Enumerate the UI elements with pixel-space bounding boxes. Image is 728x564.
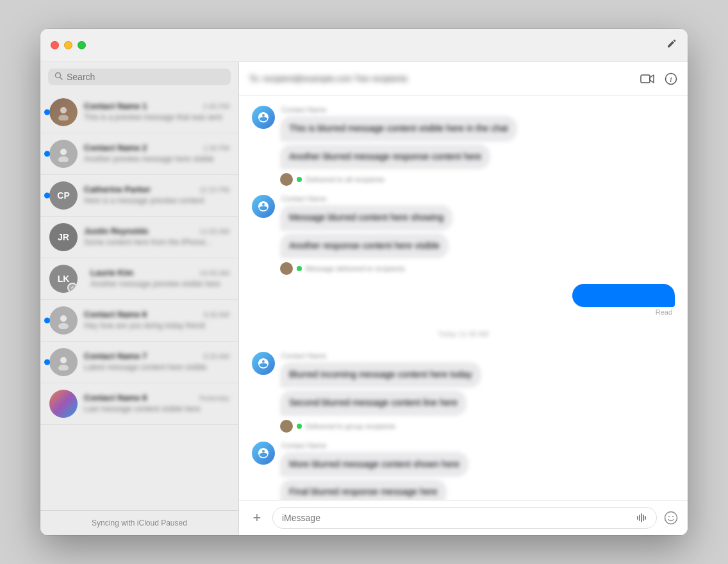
message-group: Contact Name This is blurred message con…	[252, 106, 675, 186]
traffic-lights	[51, 41, 86, 49]
list-item[interactable]: Contact Name 8 Yesterday Last message co…	[40, 383, 238, 425]
list-item[interactable]: Contact Name 1 2:45 PM This is a preview…	[40, 92, 238, 133]
sender-name: Contact Name	[281, 195, 452, 203]
sender-name: Contact Name	[281, 352, 481, 360]
svg-rect-15	[641, 513, 642, 522]
message-input-wrap[interactable]	[272, 507, 657, 529]
conversation-info: Contact Name 1 2:45 PM This is a preview…	[84, 101, 229, 123]
conversation-info: Laurie Kim 10:45 AM Another message prev…	[90, 268, 229, 290]
svg-point-2	[60, 107, 67, 113]
avatar: JR	[49, 223, 78, 251]
message-preview: Last message content visible here	[84, 404, 229, 415]
svg-point-6	[60, 315, 67, 322]
message-preview: Latest message content here visible	[84, 362, 229, 373]
avatar: CP	[49, 181, 78, 210]
maximize-button[interactable]	[78, 41, 86, 49]
app-avatar	[252, 195, 275, 218]
message-bubble: More blurred message content shown here	[280, 452, 468, 477]
avatar	[49, 348, 78, 376]
list-item[interactable]: LK ✓ Laurie Kim 10:45 AM Another message…	[40, 258, 238, 300]
message-bubble: Blurred incoming message content here to…	[280, 362, 481, 388]
search-input[interactable]	[67, 72, 224, 82]
sender-name: Contact Name	[281, 442, 468, 449]
bubble-stack: Contact Name More blurred message conten…	[280, 442, 468, 500]
conversation-info: Catherine Parker 12:15 PM Here is a mess…	[84, 185, 229, 206]
unread-indicator	[44, 318, 50, 324]
app-avatar	[252, 106, 275, 129]
message-preview: Some content here from the iPhone...	[84, 237, 229, 248]
messages-window: Contact Name 1 2:45 PM This is a preview…	[40, 29, 688, 535]
svg-rect-13	[637, 516, 638, 520]
svg-point-0	[56, 73, 61, 78]
outgoing-message-wrapper: Read	[252, 284, 675, 316]
delivery-text: Message delivered to recipients	[306, 265, 405, 272]
avatar: LK ✓	[49, 265, 78, 293]
message-bubble-outgoing	[572, 284, 675, 307]
message-bubble: Final blurred response message here	[280, 479, 447, 500]
message-bubble: Another blurred message response content…	[280, 144, 490, 170]
svg-point-8	[60, 357, 67, 363]
message-bubble: This is blurred message content visible …	[280, 116, 517, 142]
message-meta: Message delivered to recipients	[280, 262, 452, 275]
app-avatar	[252, 442, 275, 465]
message-time: 2:45 PM	[203, 103, 229, 110]
meta-avatar	[280, 173, 293, 186]
message-time: 12:15 PM	[199, 186, 229, 194]
svg-point-3	[58, 115, 69, 120]
header-actions: i	[640, 72, 677, 85]
message-preview: This is a preview message that was sent	[84, 112, 229, 123]
conversation-info: Contact Name 7 8:20 AM Latest message co…	[84, 351, 229, 373]
sender-name: Contact Name	[281, 106, 517, 113]
list-item[interactable]: Contact Name 6 9:30 AM Hey how are you d…	[40, 300, 238, 342]
message-bubble: Message blurred content here showing	[280, 205, 452, 231]
meta-avatar	[280, 262, 293, 275]
message-preview: Here is a message preview content	[84, 195, 229, 206]
list-item[interactable]: CP Catherine Parker 12:15 PM Here is a m…	[40, 175, 238, 217]
message-bubble: Another response content here visible	[280, 233, 449, 259]
message-preview: Hey how are you doing today friend	[84, 320, 229, 331]
sync-status: Syncing with iCloud Paused	[92, 518, 187, 527]
svg-point-20	[672, 516, 674, 517]
unread-indicator	[44, 360, 50, 365]
contact-name: Contact Name 8	[84, 393, 147, 402]
add-attachment-button[interactable]: +	[248, 509, 266, 527]
svg-rect-14	[639, 515, 640, 521]
audio-button[interactable]	[636, 512, 647, 524]
svg-point-7	[58, 323, 69, 329]
chat-header: To: recipient@example.com Two recipients…	[239, 62, 688, 95]
message-input[interactable]	[282, 513, 636, 523]
svg-rect-16	[643, 515, 644, 521]
info-button[interactable]: i	[665, 72, 677, 85]
message-group: Contact Name More blurred message conten…	[252, 442, 675, 500]
unread-indicator	[44, 110, 50, 115]
chat-area: To: recipient@example.com Two recipients…	[239, 62, 688, 535]
contact-name: Contact Name 7	[84, 351, 147, 361]
titlebar	[40, 29, 688, 62]
meta-avatar	[280, 420, 293, 433]
message-time: 10:45 AM	[200, 269, 229, 277]
emoji-button[interactable]	[663, 510, 679, 526]
date-divider: Today 11:30 AM	[252, 325, 675, 343]
list-item[interactable]: Contact Name 7 8:20 AM Latest message co…	[40, 342, 238, 383]
contact-name: Contact Name 6	[84, 310, 147, 319]
bubble-stack: Contact Name Blurred incoming message co…	[280, 352, 481, 432]
compose-button[interactable]	[666, 38, 677, 53]
message-group: Contact Name Blurred incoming message co…	[252, 352, 675, 432]
main-content: Contact Name 1 2:45 PM This is a preview…	[40, 62, 688, 535]
svg-point-19	[668, 516, 670, 517]
bubble-stack: Contact Name Message blurred content her…	[280, 195, 452, 275]
minimize-button[interactable]	[64, 41, 72, 49]
close-button[interactable]	[51, 41, 59, 49]
conversation-info: Contact Name 8 Yesterday Last message co…	[84, 393, 229, 415]
svg-rect-10	[641, 75, 650, 83]
contact-name: Contact Name 1	[84, 101, 147, 111]
conversation-info: Contact Name 6 9:30 AM Hey how are you d…	[84, 310, 229, 331]
search-input-wrap[interactable]	[48, 69, 231, 85]
list-item[interactable]: Contact Name 2 1:30 PM Another preview m…	[40, 133, 238, 175]
avatar	[49, 140, 78, 168]
video-call-button[interactable]	[640, 74, 654, 84]
list-item[interactable]: JR Justin Reynolds 11:05 AM Some content…	[40, 217, 238, 258]
svg-text:i: i	[670, 75, 672, 84]
contact-name: Justin Reynolds	[84, 226, 148, 236]
message-meta: Delivered to all recipients	[280, 173, 517, 186]
